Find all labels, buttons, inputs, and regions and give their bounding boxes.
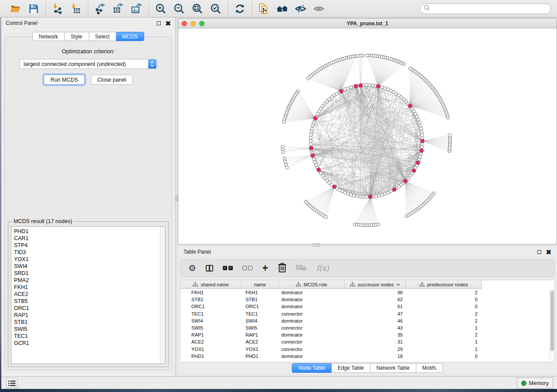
mcds-result-item[interactable]: TEC1: [14, 333, 165, 340]
float-panel-icon[interactable]: [157, 21, 161, 25]
tab-network[interactable]: Network: [32, 32, 65, 41]
leaf-node[interactable]: [357, 55, 360, 58]
mcds-node[interactable]: [408, 104, 412, 107]
export-table-button[interactable]: [112, 3, 125, 15]
network-node[interactable]: [346, 87, 349, 90]
mcds-result-item[interactable]: ORC1: [14, 305, 165, 312]
mcds-node[interactable]: [317, 168, 320, 172]
network-node[interactable]: [421, 146, 424, 149]
mcds-result-item[interactable]: STB5: [14, 298, 165, 305]
horizontal-splitter-grip[interactable]: [313, 243, 320, 247]
mcds-node[interactable]: [309, 147, 313, 150]
mcds-node[interactable]: [421, 139, 424, 143]
zoom-fit-button[interactable]: [191, 3, 204, 15]
network-node[interactable]: [346, 192, 349, 195]
network-node[interactable]: [421, 136, 424, 139]
leaf-node[interactable]: [307, 77, 310, 80]
network-node[interactable]: [381, 193, 384, 196]
optimization-criterion-dropdown[interactable]: largest connected component (undirected): [19, 59, 157, 69]
function-builder-button[interactable]: f(x): [316, 262, 329, 274]
tab-node-table[interactable]: Node Table: [292, 363, 332, 373]
leaf-node[interactable]: [283, 157, 286, 160]
network-node[interactable]: [353, 194, 356, 197]
close-panel-icon[interactable]: ✖: [165, 21, 171, 25]
mcds-node[interactable]: [412, 169, 415, 172]
mcds-result-item[interactable]: SWI4: [14, 263, 165, 270]
network-canvas-svg[interactable]: [178, 28, 557, 244]
network-node[interactable]: [312, 158, 315, 161]
mcds-node[interactable]: [339, 89, 343, 93]
search-input[interactable]: [433, 5, 550, 13]
add-column-button[interactable]: +: [262, 262, 268, 274]
network-node[interactable]: [365, 83, 368, 86]
network-node[interactable]: [309, 133, 312, 136]
delete-column-button[interactable]: [278, 262, 287, 274]
tab-network-table[interactable]: Network Table: [370, 363, 416, 373]
zoom-in-button[interactable]: [155, 3, 167, 15]
export-image-button[interactable]: [131, 3, 143, 15]
leaf-node[interactable]: [366, 54, 369, 57]
mcds-node[interactable]: [311, 154, 314, 157]
first-neighbors-button[interactable]: [276, 3, 288, 15]
maximize-window-icon[interactable]: [199, 21, 204, 26]
minimize-window-icon[interactable]: [190, 21, 196, 26]
mcds-result-item[interactable]: CAR1: [14, 235, 165, 242]
run-mcds-button[interactable]: Run MCDS: [44, 75, 84, 85]
network-node[interactable]: [381, 86, 384, 89]
mcds-node[interactable]: [377, 85, 380, 88]
mcds-result-item[interactable]: SRD1: [14, 270, 165, 277]
network-node[interactable]: [377, 194, 381, 197]
network-node[interactable]: [311, 124, 314, 127]
mcds-node[interactable]: [416, 161, 420, 165]
network-window-titlebar[interactable]: YPA_prune.txt_1: [178, 19, 557, 28]
task-history-button[interactable]: [6, 378, 17, 388]
network-node[interactable]: [386, 88, 389, 91]
column-header-successor-nodes[interactable]: successor nodes: [345, 280, 406, 289]
close-window-icon[interactable]: [182, 21, 187, 26]
export-network-button[interactable]: [94, 3, 106, 15]
table-settings-button[interactable]: ⚙: [188, 262, 196, 274]
network-node[interactable]: [310, 130, 313, 133]
clone-network-button[interactable]: [258, 3, 270, 15]
network-node[interactable]: [384, 192, 387, 195]
deselect-all-button[interactable]: [242, 262, 253, 274]
memory-button[interactable]: Memory: [517, 378, 553, 389]
network-node[interactable]: [421, 133, 424, 136]
mcds-result-item[interactable]: PMA2: [14, 277, 165, 284]
table-row[interactable]: ORC1ORC1dominator610: [180, 303, 549, 310]
table-row[interactable]: SWI4SWI4dominator462: [180, 317, 549, 324]
table-row[interactable]: RAP1RAP1dominator352: [180, 331, 549, 338]
column-header-mcds-role[interactable]: MCDS role: [279, 280, 345, 289]
column-header-predecessor-nodes[interactable]: predecessor nodes: [406, 280, 482, 289]
mcds-result-item[interactable]: PHD1: [14, 228, 165, 235]
network-node[interactable]: [309, 139, 312, 142]
mcds-node[interactable]: [332, 185, 336, 189]
mcds-result-item[interactable]: RAP1: [14, 312, 165, 319]
network-node[interactable]: [312, 121, 315, 124]
open-session-button[interactable]: [9, 3, 21, 15]
leaf-node[interactable]: [281, 151, 284, 154]
import-network-button[interactable]: [52, 3, 64, 15]
tab-motifs[interactable]: Motifs: [416, 363, 443, 373]
table-row[interactable]: ACE2ACE2connector311: [180, 338, 549, 345]
network-node[interactable]: [419, 155, 422, 158]
tab-edge-table[interactable]: Edge Table: [332, 363, 370, 373]
table-row[interactable]: TEC1TEC1connector472: [180, 310, 549, 317]
leaf-node[interactable]: [286, 166, 289, 169]
mcds-result-item[interactable]: SWI5: [14, 326, 165, 333]
network-node[interactable]: [371, 84, 374, 87]
mcds-node[interactable]: [420, 149, 423, 152]
network-node[interactable]: [374, 195, 377, 198]
leaf-node[interactable]: [377, 223, 380, 226]
show-columns-button[interactable]: [206, 262, 213, 274]
network-node[interactable]: [418, 158, 421, 161]
network-node[interactable]: [421, 143, 424, 146]
mcds-result-item[interactable]: STP4: [14, 242, 165, 249]
mcds-list-scrollbar[interactable]: [160, 227, 165, 364]
leaf-node[interactable]: [283, 120, 286, 124]
mcds-node[interactable]: [404, 179, 407, 183]
zoom-out-button[interactable]: [173, 3, 185, 15]
refresh-button[interactable]: [234, 3, 246, 15]
tab-style[interactable]: Style: [65, 32, 89, 41]
close-panel-button[interactable]: Close panel: [91, 75, 133, 85]
